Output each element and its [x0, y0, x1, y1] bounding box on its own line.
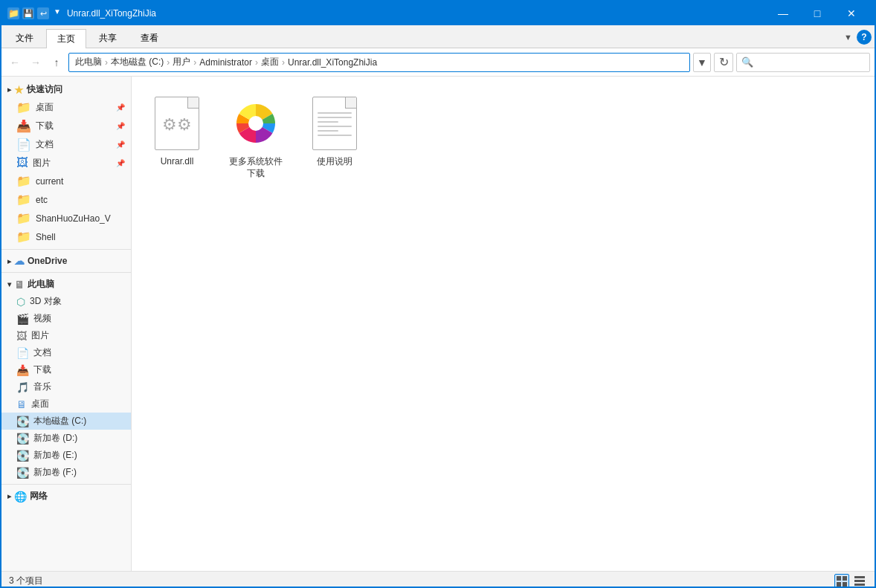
tab-home[interactable]: 主页 [46, 29, 86, 48]
item-count: 3 个项目 [9, 575, 43, 587]
address-box[interactable]: 此电脑 › 本地磁盘 (C:) › 用户 › Administrator › 桌… [68, 53, 690, 72]
sidebar-label: 桌面 [31, 398, 49, 410]
title-bar-file-icons: 📁 💾 ↩ ▼ [7, 7, 61, 19]
txt-line [318, 130, 338, 132]
expand-icon: ▸ [7, 492, 11, 500]
ribbon-collapse[interactable]: ▼ [844, 33, 852, 42]
svg-rect-2 [837, 576, 841, 581]
cloud-icon: ☁ [14, 255, 25, 267]
colorwheel-svg [236, 104, 275, 143]
sidebar-item-current[interactable]: 📁 current [1, 172, 131, 190]
file-label: 更多系统软件下载 [228, 156, 284, 179]
sidebar-label: 文档 [36, 138, 54, 151]
sidebar-item-d-drive[interactable]: 💽 新加卷 (D:) [1, 430, 131, 447]
sidebar-item-c-drive[interactable]: 💽 本地磁盘 (C:) [1, 413, 131, 430]
bc-drive[interactable]: 本地磁盘 (C:) [111, 56, 164, 68]
expand-icon: ▸ [7, 257, 11, 265]
sidebar-item-e-drive[interactable]: 💽 新加卷 (E:) [1, 447, 131, 464]
sidebar-item-desktop-quick[interactable]: 📁 桌面 📌 [1, 98, 131, 117]
sidebar-label: 下载 [33, 364, 51, 376]
svg-rect-5 [843, 582, 847, 587]
txt-line [318, 112, 352, 114]
folder-yellow-icon: 📁 [16, 230, 31, 244]
sidebar-item-download-quick[interactable]: 📥 下载 📌 [1, 117, 131, 135]
sidebar-item-pictures[interactable]: 🖼 图片 [1, 327, 131, 344]
sidebar-section-quick-access[interactable]: ▸ ★ 快速访问 [1, 81, 131, 98]
maximize-button[interactable]: □ [800, 1, 834, 25]
help-button[interactable]: ? [857, 30, 872, 45]
colorwheel-icon [230, 94, 282, 153]
drive-icon: 💽 [16, 416, 29, 427]
bc-users[interactable]: 用户 [173, 56, 190, 68]
pictures-icon: 🖼 [16, 156, 28, 169]
close-button[interactable]: ✕ [834, 1, 869, 25]
file-item-dll[interactable]: ⚙⚙ Unrar.dll [144, 88, 210, 184]
tab-view[interactable]: 查看 [129, 28, 170, 48]
bc-desktop[interactable]: 桌面 [261, 56, 279, 68]
refresh-button[interactable]: ↻ [714, 53, 733, 72]
sidebar-item-pictures-quick[interactable]: 🖼 图片 📌 [1, 154, 131, 172]
file-label: 使用说明 [317, 156, 352, 168]
dropdown-arrow[interactable]: ▼ [54, 7, 61, 19]
sidebar-label: 新加卷 (E:) [33, 449, 77, 462]
svg-point-1 [248, 116, 263, 131]
thispc-label: 此电脑 [28, 278, 54, 291]
sidebar-item-desktop[interactable]: 🖥 桌面 [1, 395, 131, 413]
sidebar-label: 下载 [36, 120, 54, 132]
sidebar-label: 新加卷 (F:) [33, 466, 77, 479]
sidebar-item-3d[interactable]: ⬡ 3D 对象 [1, 293, 131, 310]
tab-file[interactable]: 文件 [4, 28, 45, 48]
svg-rect-4 [837, 582, 841, 587]
sidebar-item-video[interactable]: 🎬 视频 [1, 310, 131, 327]
up-button[interactable]: ↑ [48, 54, 65, 71]
list-view-button[interactable] [852, 574, 867, 589]
txt-file-icon [309, 94, 361, 153]
txt-line [318, 117, 352, 118]
divider [1, 249, 131, 250]
pin-icon: 📌 [116, 103, 125, 112]
dll-icon-shape: ⚙⚙ [155, 97, 199, 150]
file-label: Unrar.dll [161, 156, 194, 168]
sidebar-item-shanhuo[interactable]: 📁 ShanHuoZuHao_V [1, 209, 131, 227]
sidebar-label: 新加卷 (D:) [33, 432, 77, 445]
bc-current[interactable]: Unrar.dll_XiTongZhiJia [288, 57, 377, 68]
ribbon: 文件 主页 共享 查看 ▼ ? [1, 25, 875, 48]
bc-computer[interactable]: 此电脑 [75, 56, 102, 68]
sidebar-item-etc[interactable]: 📁 etc [1, 190, 131, 209]
pin-icon: 📌 [116, 159, 125, 167]
music-icon: 🎵 [16, 381, 29, 393]
sidebar-label: 文档 [33, 346, 51, 359]
sidebar-section-network[interactable]: ▸ 🌐 网络 [1, 488, 131, 505]
download-folder-icon: 📥 [16, 119, 31, 133]
content-area: ⚙⚙ Unrar.dll [132, 77, 875, 571]
sidebar-item-downloads[interactable]: 📥 下载 [1, 361, 131, 378]
txt-icon-shape [312, 97, 357, 150]
back-button[interactable]: ← [6, 54, 24, 71]
sidebar-item-f-drive[interactable]: 💽 新加卷 (F:) [1, 464, 131, 481]
grid-view-button[interactable] [834, 574, 849, 589]
sidebar-item-music[interactable]: 🎵 音乐 [1, 378, 131, 395]
tab-share[interactable]: 共享 [88, 28, 128, 48]
file-item-txt[interactable]: 使用说明 [301, 88, 368, 184]
sidebar-section-onedrive[interactable]: ▸ ☁ OneDrive [1, 253, 131, 269]
sidebar-item-docs-quick[interactable]: 📄 文档 📌 [1, 135, 131, 154]
divider [1, 272, 131, 273]
txt-line [318, 126, 352, 127]
svg-rect-3 [843, 576, 847, 581]
folder-blue-icon: 📁 [16, 100, 31, 114]
minimize-button[interactable]: — [766, 1, 800, 25]
sidebar-item-shell[interactable]: 📁 Shell [1, 227, 131, 246]
download-icon: 📥 [16, 364, 29, 376]
sidebar-label: 音乐 [33, 381, 51, 393]
sidebar-item-docs[interactable]: 📄 文档 [1, 344, 131, 361]
address-dropdown-button[interactable]: ▼ [694, 53, 710, 72]
search-box[interactable]: 🔍 [736, 53, 870, 72]
sidebar-section-thispc[interactable]: ▾ 🖥 此电脑 [1, 276, 131, 293]
forward-button[interactable]: → [27, 54, 45, 71]
sidebar-label: ShanHuoZuHao_V [36, 213, 111, 224]
txt-line [318, 135, 352, 136]
network-label: 网络 [30, 490, 48, 503]
bc-admin[interactable]: Administrator [199, 57, 252, 68]
undo-icon: ↩ [37, 7, 49, 19]
file-item-shortcut[interactable]: 更多系统软件下载 [222, 88, 289, 184]
